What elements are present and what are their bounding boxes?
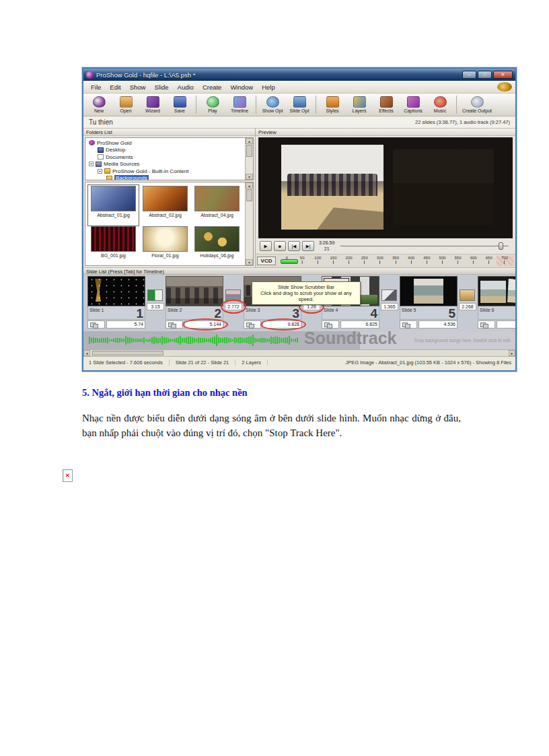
tree-item-proshow-gold-built-in-content[interactable]: ProShow Gold - Built-in Content <box>87 168 244 175</box>
scroll-down-icon[interactable]: ▼ <box>246 259 253 265</box>
transition-time[interactable]: 2.268 <box>459 303 476 310</box>
transition-time[interactable]: 1.365 <box>381 303 398 310</box>
file-item[interactable]: Abstract_01.jpg <box>88 185 139 226</box>
slide-thumbnail[interactable] <box>400 276 458 306</box>
transition-cell-1[interactable]: 3.15 <box>145 276 166 331</box>
transition-icon[interactable] <box>147 289 163 301</box>
layers-indicator-icon[interactable] <box>322 320 339 329</box>
tree-item-documents[interactable]: Documents <box>87 153 244 161</box>
scrollbar-thumb[interactable] <box>246 189 252 201</box>
menu-item-slide[interactable]: Slide <box>150 82 172 92</box>
transition-icon[interactable] <box>460 289 475 301</box>
seek-slider[interactable] <box>339 242 511 250</box>
open-button[interactable]: Open <box>112 96 139 113</box>
effects-button[interactable]: Effects <box>373 96 400 113</box>
captions-button[interactable]: Captions <box>400 96 427 113</box>
transition-cell-4[interactable]: 1.365 <box>379 276 400 331</box>
scroll-right-icon[interactable]: ► <box>509 350 515 356</box>
file-item[interactable]: Abstract_04.jpg <box>192 185 242 226</box>
styles-button[interactable]: Styles <box>319 96 346 113</box>
waveform-bar <box>272 337 274 343</box>
collapse-icon[interactable] <box>98 169 102 174</box>
create-output-button[interactable]: Create Output <box>460 96 495 113</box>
next-slide-button[interactable]: ▶| <box>302 241 314 251</box>
thumbs-scrollbar[interactable]: ▲ ▼ <box>245 182 253 265</box>
scroll-left-icon[interactable]: ◄ <box>83 350 90 356</box>
minimize-button[interactable]: – <box>462 71 476 79</box>
close-button[interactable]: ✕ <box>493 71 513 79</box>
file-item[interactable]: Holidays_06.jpg <box>192 226 242 266</box>
layers-indicator-icon[interactable] <box>478 320 495 329</box>
layers-indicator-icon[interactable] <box>244 320 261 329</box>
ruler-tick-label: 200 <box>346 256 353 264</box>
tree-item-desktop[interactable]: Desktop <box>87 147 244 154</box>
scroll-up-icon[interactable]: ▲ <box>246 138 253 144</box>
play-button[interactable]: Play <box>199 96 226 113</box>
wizard-button[interactable]: Wizard <box>139 96 166 113</box>
tree-item-media-sources[interactable]: Media Sources <box>87 161 244 168</box>
slide-cell-5[interactable]: Slide 554.536 <box>400 276 458 331</box>
tree-item-proshow-gold[interactable]: ProShow Gold <box>87 139 244 147</box>
menu-item-show[interactable]: Show <box>126 82 150 92</box>
slide-duration[interactable]: 9.828 <box>262 320 301 329</box>
layers-indicator-icon[interactable] <box>400 320 417 329</box>
soundtrack-bar[interactable]: Soundtrack Drop background songs here. D… <box>83 331 515 349</box>
tree-scrollbar[interactable]: ▲ ▼ <box>245 138 253 180</box>
transition-cell-2[interactable]: 2.772 <box>223 276 244 331</box>
menu-item-create[interactable]: Create <box>198 82 226 92</box>
transition-cell-5[interactable]: 2.268 <box>458 276 478 331</box>
waveform-bar <box>244 338 246 343</box>
scrollbar-thumb[interactable] <box>246 145 252 157</box>
maximize-button[interactable]: □ <box>478 71 492 79</box>
collapse-icon[interactable] <box>89 162 94 166</box>
ruler-tick-label: 700 <box>501 256 508 264</box>
new-button[interactable]: New <box>85 96 112 113</box>
file-item[interactable]: Abstract_02.jpg <box>140 185 190 226</box>
scroll-up-icon[interactable]: ▲ <box>246 182 253 188</box>
transition-time[interactable]: 2.772 <box>225 303 242 310</box>
slider-thumb[interactable] <box>499 242 503 250</box>
slide-duration[interactable]: 6.825 <box>340 320 379 329</box>
slide-thumbnail[interactable] <box>166 276 223 306</box>
time-ruler[interactable]: 0501001502002503003504004505005506006507… <box>277 254 514 267</box>
scrollbar-thumb[interactable] <box>92 351 163 355</box>
previous-slide-button[interactable]: |◀ <box>288 241 300 251</box>
slide-cell-6[interactable]: Slide 6611 <box>478 276 515 331</box>
slide-thumbnail[interactable] <box>478 276 515 306</box>
scroll-down-icon[interactable]: ▼ <box>246 174 253 180</box>
transition-icon[interactable] <box>381 289 397 301</box>
file-item[interactable]: Floral_01.jpg <box>140 226 190 266</box>
save-button[interactable]: Save <box>166 96 193 113</box>
toolbar-separator <box>196 96 196 114</box>
slide-duration[interactable]: 11 <box>497 320 515 329</box>
slide-thumbnail[interactable] <box>87 276 145 306</box>
format-label: VCD <box>257 256 276 265</box>
slide-cell-1[interactable]: Slide 115.74 <box>87 276 145 331</box>
tree-item-backgrounds[interactable]: Backgrounds <box>87 175 244 181</box>
layers-indicator-icon[interactable] <box>166 320 183 329</box>
slide-duration[interactable]: 5.144 <box>184 320 223 329</box>
horizontal-scrollbar[interactable]: ◄ ► <box>83 349 515 356</box>
app-icon <box>86 71 94 79</box>
menu-item-file[interactable]: File <box>87 82 105 92</box>
transition-time[interactable]: 3.15 <box>147 303 164 310</box>
layers-button[interactable]: Layers <box>346 96 373 113</box>
slide-duration[interactable]: 4.536 <box>418 320 458 329</box>
file-item[interactable]: BG_001.jpg <box>88 226 139 266</box>
slide-opt-button[interactable]: Slide Opt <box>286 96 313 113</box>
menu-item-help[interactable]: Help <box>258 82 279 92</box>
timeline-button[interactable]: Timeline <box>226 96 253 113</box>
menu-item-audio[interactable]: Audio <box>174 82 198 92</box>
slide-duration[interactable]: 5.74 <box>106 320 145 329</box>
audio-waveform[interactable] <box>89 334 301 347</box>
slide-cell-2[interactable]: Slide 225.144 <box>166 276 223 331</box>
play-button[interactable]: ▶ <box>260 241 272 251</box>
stop-button[interactable]: ■ <box>274 241 286 251</box>
music-button[interactable]: Music <box>427 96 453 113</box>
menu-item-edit[interactable]: Edit <box>106 82 124 92</box>
transition-icon[interactable] <box>225 289 241 301</box>
show-tab-title[interactable]: Tu thien <box>89 118 113 126</box>
show-opt-button[interactable]: Show Opt <box>259 96 286 113</box>
layers-indicator-icon[interactable] <box>87 320 105 329</box>
menu-item-window[interactable]: Window <box>226 82 257 92</box>
